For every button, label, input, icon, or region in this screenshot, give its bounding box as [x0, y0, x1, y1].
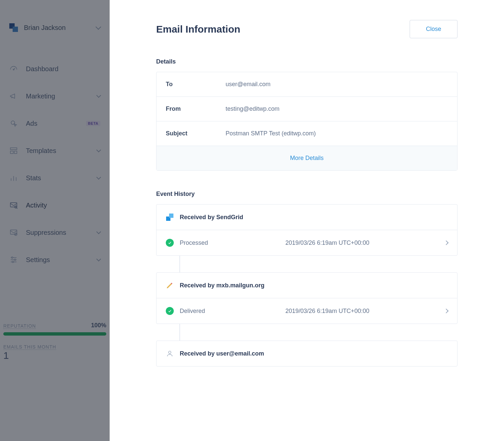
reputation-bar — [3, 332, 106, 336]
event-status: Delivered — [180, 308, 279, 315]
sidebar-item-label: Settings — [26, 256, 89, 264]
chevron-down-icon — [96, 257, 101, 261]
more-details-row: More Details — [156, 146, 457, 170]
event-connector — [179, 324, 180, 341]
event-timestamp: 2019/03/26 6:19am UTC+00:00 — [285, 308, 439, 315]
event-group: Received by SendGrid Processed 2019/03/2… — [156, 204, 457, 256]
details-box: To user@email.com From testing@editwp.co… — [156, 72, 457, 171]
close-button[interactable]: Close — [410, 20, 457, 38]
chevron-right-icon — [444, 240, 449, 245]
event-group: Received by user@email.com — [156, 341, 457, 367]
sidebar-item-label: Templates — [26, 147, 89, 155]
detail-value: user@email.com — [226, 81, 270, 88]
sidebar-item-label: Activity — [26, 202, 100, 209]
event-group-header: Received by SendGrid — [156, 205, 457, 230]
event-row[interactable]: Processed 2019/03/26 6:19am UTC+00:00 — [156, 230, 457, 255]
sidebar-item-suppressions[interactable]: Suppressions — [3, 219, 106, 246]
svg-rect-12 — [10, 230, 17, 234]
detail-label: To — [166, 81, 226, 88]
sliders-icon — [9, 255, 18, 264]
detail-row-to: To user@email.com — [156, 72, 457, 96]
event-group-title: Received by user@email.com — [180, 350, 264, 357]
svg-rect-4 — [10, 151, 13, 154]
sidebar-item-ads[interactable]: Ads BETA — [3, 110, 106, 137]
reputation-value: 100% — [91, 322, 106, 329]
sendgrid-icon — [166, 213, 174, 221]
sidebar-nav: Dashboard Marketing Ads BETA Templates — [3, 55, 106, 273]
sidebar-item-stats[interactable]: Stats — [3, 164, 106, 192]
svg-point-19 — [14, 259, 16, 260]
account-switcher[interactable]: Brian Jackson — [3, 13, 106, 45]
event-group-header: Received by mxb.mailgun.org — [156, 273, 457, 298]
chevron-down-icon — [96, 24, 101, 30]
megaphone-icon — [9, 92, 18, 100]
check-icon — [166, 307, 174, 315]
sidebar-item-marketing[interactable]: Marketing — [3, 82, 106, 110]
detail-label: From — [166, 105, 226, 112]
pencil-icon — [166, 281, 174, 289]
emails-this-month-value: 1 — [3, 350, 106, 361]
details-heading: Details — [156, 58, 457, 65]
sidebar-footer: REPUTATION 100% EMAILS THIS MONTH 1 — [3, 322, 106, 361]
user-name: Brian Jackson — [24, 24, 90, 32]
detail-row-from: From testing@editwp.com — [156, 96, 457, 121]
sidebar-item-label: Ads — [26, 120, 78, 127]
sidebar-item-label: Stats — [26, 174, 89, 182]
chart-bars-icon — [9, 174, 18, 182]
sidebar-item-settings[interactable]: Settings — [3, 246, 106, 273]
event-row[interactable]: Delivered 2019/03/26 6:19am UTC+00:00 — [156, 298, 457, 324]
mail-block-icon — [9, 228, 18, 237]
svg-rect-9 — [10, 203, 17, 207]
logo-icon — [9, 23, 18, 32]
detail-value: Postman SMTP Test (editwp.com) — [226, 130, 316, 137]
cursor-click-icon — [9, 119, 18, 128]
template-icon — [9, 146, 18, 155]
emails-this-month-label: EMAILS THIS MONTH — [3, 344, 56, 350]
svg-rect-3 — [10, 148, 17, 149]
event-history-heading: Event History — [156, 191, 457, 198]
event-status: Processed — [180, 239, 279, 246]
event-group-header: Received by user@email.com — [156, 341, 457, 366]
sidebar-item-label: Marketing — [26, 92, 89, 100]
sidebar-item-label: Dashboard — [26, 65, 100, 73]
event-timestamp: 2019/03/26 6:19am UTC+00:00 — [285, 239, 439, 246]
check-icon — [166, 239, 174, 247]
chevron-down-icon — [96, 148, 101, 152]
svg-point-21 — [168, 351, 171, 354]
sidebar-item-label: Suppressions — [26, 229, 89, 236]
sidebar-item-activity[interactable]: Activity — [3, 192, 106, 219]
sidebar: Brian Jackson Dashboard Marketing Ads BE… — [0, 0, 110, 441]
svg-rect-5 — [14, 151, 17, 154]
detail-value: testing@editwp.com — [226, 105, 279, 112]
reputation-label: REPUTATION — [3, 323, 36, 329]
sidebar-item-dashboard[interactable]: Dashboard — [3, 55, 106, 82]
sidebar-item-templates[interactable]: Templates — [3, 137, 106, 164]
modal-panel: Email Information Close Details To user@… — [110, 0, 504, 441]
svg-point-20 — [12, 261, 14, 262]
gauge-icon — [9, 65, 18, 73]
chevron-down-icon — [96, 229, 101, 234]
mail-search-icon — [9, 201, 18, 210]
event-connector — [179, 256, 180, 272]
svg-line-11 — [17, 208, 18, 209]
modal-title: Email Information — [156, 24, 240, 35]
detail-row-subject: Subject Postman SMTP Test (editwp.com) — [156, 121, 457, 146]
event-group: Received by mxb.mailgun.org Delivered 20… — [156, 272, 457, 324]
event-group-title: Received by mxb.mailgun.org — [180, 282, 264, 289]
detail-label: Subject — [166, 130, 226, 137]
more-details-link[interactable]: More Details — [290, 155, 324, 161]
chevron-right-icon — [444, 309, 449, 313]
svg-point-18 — [12, 257, 13, 258]
beta-badge: BETA — [86, 121, 100, 126]
chevron-down-icon — [96, 175, 101, 180]
event-group-title: Received by SendGrid — [180, 214, 243, 221]
chevron-down-icon — [96, 93, 101, 98]
person-icon — [166, 350, 174, 358]
